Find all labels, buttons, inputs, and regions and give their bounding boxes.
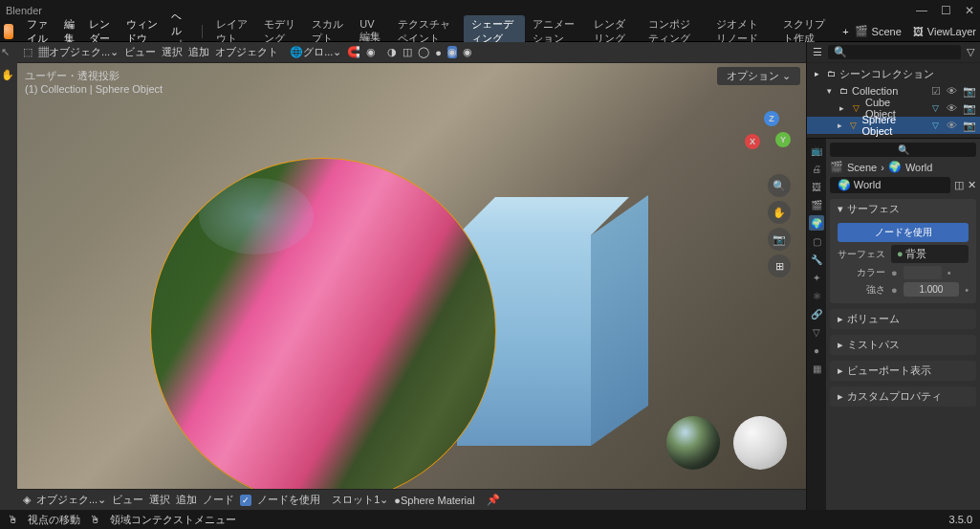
tab-output-icon[interactable]: 🖨 <box>809 161 824 176</box>
close-button[interactable]: ✕ <box>965 4 974 17</box>
axis-x[interactable]: X <box>745 134 760 149</box>
mist-panel[interactable]: ▸ミストパス <box>830 335 976 355</box>
snap-icon[interactable]: 🧲 <box>347 46 360 58</box>
shading-render-icon[interactable]: ◉ <box>463 46 472 58</box>
scene-icon: 🎬 <box>855 25 868 37</box>
tab-physics-icon[interactable]: ⚛ <box>809 288 824 303</box>
outliner-scene-row[interactable]: ▸ 🗀 シーンコレクション <box>807 65 980 82</box>
surface-value[interactable]: ● 背景 <box>891 245 969 263</box>
tab-world-icon[interactable]: 🌍 <box>809 215 824 231</box>
sphere-object[interactable] <box>151 159 495 489</box>
exclude-checkbox[interactable]: ☑ <box>931 85 941 98</box>
disclosure-icon[interactable]: ▾ <box>823 85 835 97</box>
shading-matprev-icon[interactable]: ◉ <box>447 46 457 58</box>
viewport-info-text: ユーザー・透視投影 (1) Collection | Sphere Object <box>25 69 163 97</box>
shading-wire-icon[interactable]: ◯ <box>418 46 429 58</box>
camera-icon[interactable]: 📷 <box>768 228 791 251</box>
tab-modifier-icon[interactable]: 🔧 <box>809 252 824 267</box>
header-select[interactable]: 選択 <box>162 45 183 59</box>
options-dropdown[interactable]: オプション ⌄ <box>717 67 800 85</box>
hdri-preview-ball[interactable] <box>666 416 720 470</box>
node-editor-header: ◈ オブジェク...⌄ ビュー 選択 追加 ノード ✓ ノードを使用 スロット1… <box>17 489 806 510</box>
cursor-tool-icon[interactable]: ↖ <box>1 46 16 61</box>
node-editor-icon[interactable]: ◈ <box>23 494 31 506</box>
tab-object-icon[interactable]: ▢ <box>809 233 824 249</box>
visibility-icon[interactable]: 👁 <box>947 85 957 97</box>
use-nodes-label: ノードを使用 <box>257 493 320 507</box>
properties-search[interactable]: 🔍 <box>830 143 976 157</box>
proportional-icon[interactable]: ◉ <box>366 46 376 58</box>
outliner-type-icon[interactable]: ☰ <box>813 46 822 58</box>
perspective-icon[interactable]: ⊞ <box>768 254 791 277</box>
node-view[interactable]: ビュー <box>112 493 143 507</box>
world-datablock-selector[interactable]: 🌍 World <box>830 177 950 193</box>
viewlayer-selector[interactable]: 🖼 ViewLayer <box>913 26 976 37</box>
header-view[interactable]: ビュー <box>124 45 156 59</box>
filter-icon[interactable]: ▽ <box>967 46 974 58</box>
tab-texture-icon[interactable]: ▦ <box>809 361 824 376</box>
visibility-icon[interactable]: 👁 <box>947 102 957 114</box>
scene-icon: 🎬 <box>830 161 843 173</box>
minimize-button[interactable]: — <box>916 4 927 17</box>
shading-solid-icon[interactable]: ● <box>435 47 442 58</box>
tab-scene-icon[interactable]: 🎬 <box>809 197 824 212</box>
use-nodes-checkbox[interactable]: ✓ <box>240 495 251 506</box>
properties-editor: 📺 🖨 🖼 🎬 🌍 ▢ 🔧 ✦ ⚛ 🔗 ▽ ● ▦ 🔍 🎬 Scene <box>807 138 980 510</box>
properties-body: 🔍 🎬 Scene › 🌍 World 🌍 World ◫ ✕ ▾サーフェス <box>826 139 980 510</box>
material-link-icon: ▽ <box>929 102 941 114</box>
mode-selector[interactable]: ▦オブジェク...⌄ <box>38 45 119 59</box>
outliner: ☰ 🔍 ▽ ▸ 🗀 シーンコレクション ▾ 🗀 Collection ☑ � <box>807 42 980 138</box>
overlay-icon[interactable]: ◑ <box>387 46 397 58</box>
globe-icon: 🌐 <box>290 46 303 57</box>
unlink-button[interactable]: ✕ <box>968 179 976 191</box>
header-add[interactable]: 追加 <box>188 45 209 59</box>
header-object[interactable]: オブジェクト <box>215 45 278 59</box>
surface-panel-header[interactable]: ▾サーフェス <box>830 199 976 219</box>
xray-icon[interactable]: ◫ <box>403 46 412 58</box>
disclosure-icon[interactable]: ▸ <box>837 102 848 114</box>
axis-z[interactable]: Z <box>764 111 779 126</box>
scene-selector[interactable]: 🎬 Scene <box>855 25 902 37</box>
add-workspace-button[interactable]: + <box>837 24 854 39</box>
editor-type-icon[interactable]: ⬚ <box>23 46 33 58</box>
gray-preview-ball[interactable] <box>733 416 787 470</box>
tab-data-icon[interactable]: ▽ <box>809 324 824 340</box>
slot-selector[interactable]: スロット1⌄ <box>332 493 388 507</box>
outliner-sphere-row[interactable]: ▸ ▽ Sphere Object ▽ 👁 📷 <box>807 117 980 134</box>
axis-y[interactable]: Y <box>775 132 791 147</box>
use-nodes-button[interactable]: ノードを使用 <box>838 223 969 242</box>
visibility-icon[interactable]: 👁 <box>947 120 957 131</box>
pan-icon[interactable]: ✋ <box>768 201 791 224</box>
volume-panel[interactable]: ▸ボリューム <box>830 309 976 329</box>
maximize-button[interactable]: ☐ <box>941 4 951 17</box>
viewport-panel[interactable]: ▸ビューポート表示 <box>830 361 976 381</box>
new-button[interactable]: ◫ <box>954 179 964 191</box>
material-selector[interactable]: ●Sphere Material <box>394 495 474 506</box>
material-link-icon: ▽ <box>930 120 941 131</box>
outliner-search[interactable]: 🔍 <box>828 45 961 59</box>
color-swatch[interactable] <box>904 266 942 279</box>
pin-icon[interactable]: 📌 <box>487 494 500 506</box>
blender-logo-icon <box>4 24 13 39</box>
tab-material-icon[interactable]: ● <box>809 342 824 358</box>
node-menu[interactable]: ノード <box>203 493 234 507</box>
node-select[interactable]: 選択 <box>149 493 170 507</box>
navigation-gizmo[interactable]: X Y Z <box>745 111 791 157</box>
disclosure-icon[interactable]: ▸ <box>835 120 845 131</box>
tab-constraint-icon[interactable]: 🔗 <box>809 306 824 321</box>
strength-value[interactable]: 1.000 <box>904 282 959 297</box>
node-mode-selector[interactable]: オブジェク...⌄ <box>36 493 106 507</box>
viewport-3d[interactable]: ユーザー・透視投影 (1) Collection | Sphere Object… <box>17 63 806 489</box>
color-label: カラー <box>838 266 885 279</box>
tab-render-icon[interactable]: 📺 <box>809 143 824 158</box>
render-icon[interactable]: 📷 <box>963 85 976 98</box>
zoom-icon[interactable]: 🔍 <box>768 174 791 197</box>
node-add[interactable]: 追加 <box>176 493 197 507</box>
orientation-selector[interactable]: 🌐グロ...⌄ <box>290 45 341 59</box>
hand-tool-icon[interactable]: ✋ <box>1 69 16 84</box>
custom-panel[interactable]: ▸カスタムプロパティ <box>830 386 976 407</box>
tab-particle-icon[interactable]: ✦ <box>809 270 824 285</box>
tab-viewlayer-icon[interactable]: 🖼 <box>809 179 824 194</box>
render-icon[interactable]: 📷 <box>963 102 976 115</box>
render-icon[interactable]: 📷 <box>963 120 976 132</box>
